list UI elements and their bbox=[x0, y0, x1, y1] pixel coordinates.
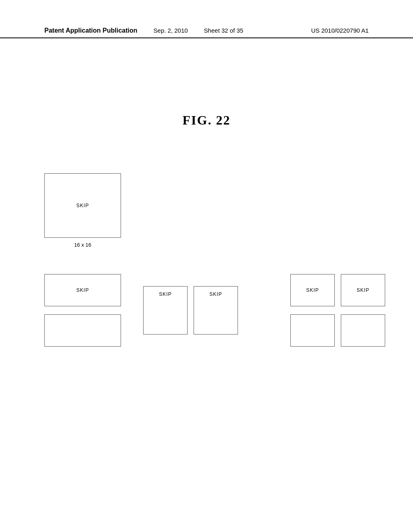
block-right-skip-2: SKIP bbox=[341, 274, 385, 306]
block-medium-left-empty bbox=[44, 314, 121, 347]
header-sheet: Sheet 32 of 35 bbox=[204, 27, 244, 34]
block-center-skip-1: SKIP bbox=[143, 286, 188, 335]
page-header: Patent Application Publication Sep. 2, 2… bbox=[0, 27, 413, 38]
header-patent-label: Patent Application Publication bbox=[44, 27, 138, 34]
block-large-size-label: 16 x 16 bbox=[44, 242, 121, 248]
header-patent-number: US 2010/0220790 A1 bbox=[311, 27, 369, 34]
block-right-empty-1 bbox=[290, 314, 335, 347]
block-right-skip-label-2: SKIP bbox=[357, 287, 369, 293]
block-center-skip-2: SKIP bbox=[194, 286, 238, 335]
block-right-skip-1: SKIP bbox=[290, 274, 335, 306]
block-medium-left-skip-label: SKIP bbox=[76, 287, 89, 293]
center-block-1-skip-inner: SKIP bbox=[159, 291, 171, 297]
block-medium-left-skip: SKIP bbox=[44, 274, 121, 306]
block-large-skip-label: SKIP bbox=[76, 203, 89, 208]
block-large-skip: SKIP bbox=[44, 173, 121, 238]
header-date: Sep. 2, 2010 bbox=[154, 27, 188, 34]
block-right-skip-label-1: SKIP bbox=[306, 287, 319, 293]
figure-title: FIG. 22 bbox=[0, 113, 413, 128]
block-right-empty-2 bbox=[341, 314, 385, 347]
center-block-2-skip-inner: SKIP bbox=[209, 291, 222, 297]
